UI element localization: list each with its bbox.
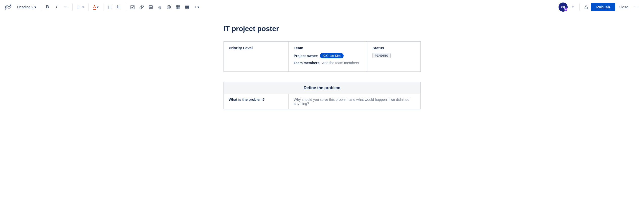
divider-6 (579, 4, 580, 11)
heading-selector[interactable]: Heading 2 ▾ (15, 4, 38, 10)
heading-selector-label: Heading 2 (17, 5, 33, 9)
status-header: Status (372, 46, 415, 50)
svg-rect-28 (187, 6, 189, 9)
svg-rect-14 (118, 8, 121, 8)
team-header: Team (294, 46, 362, 50)
svg-rect-10 (118, 6, 121, 6)
svg-rect-1 (77, 7, 80, 7)
project-owner-label: Project owner: (294, 54, 318, 58)
team-members-placeholder[interactable]: Add the team members (322, 61, 359, 65)
svg-rect-0 (77, 6, 81, 6)
toolbar: Heading 2 ▾ B I ··· ▾ A ▾ (0, 0, 644, 14)
mention-tag[interactable]: @Chan Kim (320, 53, 344, 58)
numbered-list-button[interactable]: 1. 2. 3. (115, 3, 123, 11)
editor-area: IT project poster Priority Level Team Pr… (208, 14, 436, 125)
divider-5 (126, 4, 126, 11)
svg-point-20 (168, 6, 168, 7)
lock-button[interactable] (582, 3, 590, 11)
svg-rect-29 (585, 7, 587, 9)
svg-rect-8 (109, 8, 112, 8)
italic-button[interactable]: I (53, 3, 61, 11)
priority-header: Priority Level (229, 46, 283, 50)
text-color-button[interactable]: A ▾ (91, 4, 101, 11)
chevron-down-icon: ▾ (34, 5, 36, 9)
avatar-sub: C (564, 8, 568, 11)
team-members-label: Team members: (294, 61, 321, 65)
svg-rect-12 (118, 7, 121, 7)
chevron-down-icon: ▾ (197, 5, 199, 9)
svg-rect-15 (131, 5, 134, 9)
problem-question-cell[interactable]: What is the problem? (224, 94, 288, 109)
bullet-list-button[interactable] (106, 3, 114, 11)
task-button[interactable] (128, 3, 137, 11)
priority-cell[interactable]: Priority Level (224, 42, 288, 72)
svg-point-19 (167, 5, 171, 9)
divider-3 (88, 4, 89, 11)
page-title[interactable]: IT project poster (224, 24, 421, 33)
svg-point-3 (108, 6, 109, 6)
table-button[interactable] (174, 3, 182, 11)
bold-button[interactable]: B (43, 3, 52, 11)
svg-point-21 (169, 6, 170, 7)
problem-table: Define the problem What is the problem? … (224, 82, 421, 109)
chevron-down-icon: ▾ (82, 5, 84, 9)
columns-button[interactable] (183, 3, 191, 11)
problem-table-header-row: Define the problem (224, 82, 420, 94)
divider-1 (41, 4, 41, 11)
mention-button[interactable]: @ (156, 3, 164, 11)
divider-4 (103, 4, 103, 11)
add-collaborator-button[interactable]: + (569, 3, 577, 11)
svg-rect-27 (185, 6, 187, 9)
problem-answer-cell[interactable]: Why should you solve this problem and wh… (288, 94, 420, 109)
chevron-down-icon: ▾ (97, 5, 99, 9)
svg-text:3.: 3. (117, 7, 118, 9)
problem-table-header: Define the problem (224, 82, 420, 94)
svg-rect-2 (77, 8, 81, 8)
status-cell[interactable]: Status PENDING (367, 42, 420, 72)
logo-icon[interactable] (4, 3, 12, 11)
align-button[interactable]: ▾ (75, 4, 86, 10)
options-button[interactable]: ··· (632, 3, 640, 11)
publish-button[interactable]: Publish (591, 3, 615, 11)
divider-2 (72, 4, 73, 11)
emoji-button[interactable] (165, 3, 173, 11)
image-button[interactable] (147, 3, 155, 11)
user-avatar-button[interactable]: CK C (559, 3, 568, 12)
svg-rect-6 (109, 7, 112, 7)
project-owner-row: Project owner: @Chan Kim (294, 53, 362, 58)
close-button[interactable]: Close (616, 3, 631, 11)
info-table: Priority Level Team Project owner: @Chan… (224, 41, 421, 72)
svg-point-5 (108, 7, 109, 7)
insert-button[interactable]: + ▾ (192, 4, 201, 10)
problem-table-row-1: What is the problem? Why should you solv… (224, 94, 420, 109)
svg-rect-22 (176, 5, 180, 9)
team-cell[interactable]: Team Project owner: @Chan Kim Team membe… (288, 42, 367, 72)
svg-text:@: @ (158, 5, 162, 9)
svg-point-7 (108, 8, 109, 8)
svg-rect-4 (109, 6, 112, 6)
link-button[interactable] (138, 3, 146, 11)
more-formatting-button[interactable]: ··· (62, 3, 70, 11)
team-members-row: Team members: Add the team members (294, 61, 362, 65)
status-badge[interactable]: PENDING (372, 53, 391, 58)
